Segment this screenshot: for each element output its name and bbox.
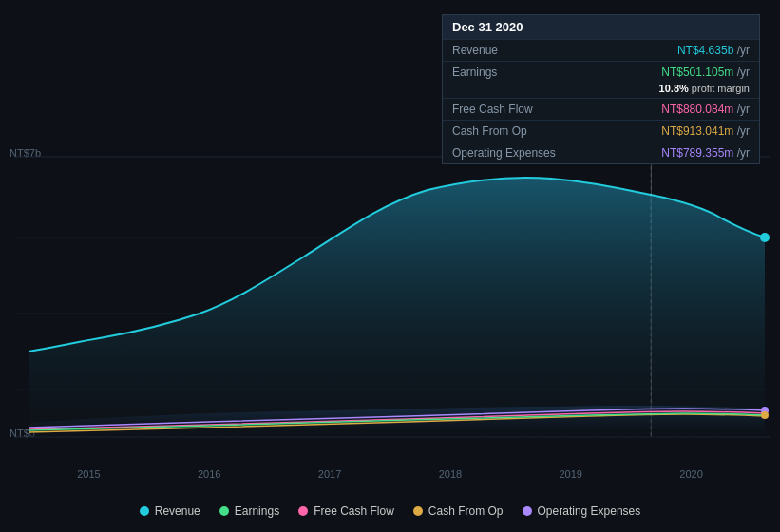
x-label-2016: 2016 (198, 468, 220, 480)
tooltip-fcf-value: NT$880.084m /yr (566, 103, 750, 116)
tooltip-date: Dec 31 2020 (443, 15, 759, 39)
tooltip-opex-value: NT$789.355m /yr (566, 146, 750, 160)
legend-label-revenue: Revenue (155, 504, 200, 518)
x-label-2015: 2015 (77, 468, 100, 480)
legend-dot-fcf (298, 506, 308, 516)
tooltip-profit-margin: 10.8% profit margin (443, 83, 759, 98)
x-axis: 2015 2016 2017 2018 2019 2020 (0, 468, 780, 480)
tooltip-panel: Dec 31 2020 Revenue NT$4.635b /yr Earnin… (442, 14, 760, 164)
tooltip-opex-label: Operating Expenses (452, 146, 566, 160)
tooltip-fcf-label: Free Cash Flow (452, 103, 566, 116)
legend-item-cashop[interactable]: Cash From Op (413, 504, 504, 518)
tooltip-earnings-value: NT$501.105m /yr (566, 66, 750, 79)
chart-container: Dec 31 2020 Revenue NT$4.635b /yr Earnin… (0, 0, 780, 532)
tooltip-cashop-label: Cash From Op (452, 124, 566, 138)
x-label-2017: 2017 (318, 468, 341, 480)
revenue-area (29, 178, 765, 437)
cashop-dot (761, 411, 769, 419)
tooltip-revenue-row: Revenue NT$4.635b /yr (443, 39, 759, 61)
x-label-2018: 2018 (439, 468, 462, 480)
x-label-2020: 2020 (679, 468, 702, 480)
legend-label-opex: Operating Expenses (538, 504, 641, 518)
revenue-dot (760, 233, 770, 242)
x-label-2019: 2019 (559, 468, 581, 480)
tooltip-opex-row: Operating Expenses NT$789.355m /yr (443, 142, 759, 163)
tooltip-revenue-value: NT$4.635b /yr (566, 44, 750, 57)
legend-item-opex[interactable]: Operating Expenses (523, 504, 641, 518)
legend-label-cashop: Cash From Op (428, 504, 504, 518)
tooltip-cashop-row: Cash From Op NT$913.041m /yr (443, 120, 759, 142)
tooltip-cashop-value: NT$913.041m /yr (566, 124, 750, 138)
legend-label-earnings: Earnings (235, 504, 279, 518)
tooltip-earnings-row: Earnings NT$501.105m /yr (443, 61, 759, 83)
legend-item-earnings[interactable]: Earnings (219, 504, 279, 518)
legend-item-revenue[interactable]: Revenue (140, 504, 200, 518)
tooltip-fcf-row: Free Cash Flow NT$880.084m /yr (443, 98, 759, 120)
tooltip-earnings-label: Earnings (452, 66, 566, 79)
legend-label-fcf: Free Cash Flow (314, 504, 394, 518)
tooltip-revenue-label: Revenue (452, 44, 566, 57)
legend-dot-earnings (219, 506, 229, 516)
chart-legend: Revenue Earnings Free Cash Flow Cash Fro… (0, 504, 780, 518)
legend-dot-revenue (140, 506, 149, 516)
legend-dot-cashop (413, 506, 423, 516)
legend-item-fcf[interactable]: Free Cash Flow (298, 504, 394, 518)
legend-dot-opex (523, 506, 532, 516)
